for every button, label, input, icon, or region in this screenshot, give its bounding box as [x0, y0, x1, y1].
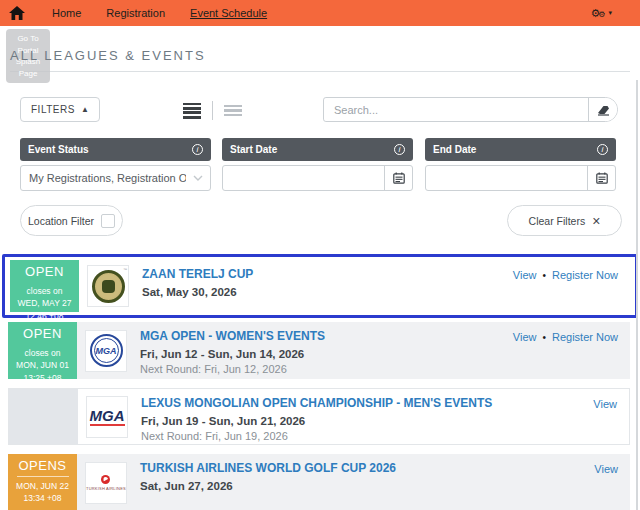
status-line: 13:25 +08: [23, 372, 61, 384]
event-title-link[interactable]: LEXUS MONGOLIAN OPEN CHAMPIONSHIP - MEN'…: [141, 396, 629, 410]
event-date: Fri, Jun 19 - Sun, Jun 21, 2026: [141, 415, 629, 427]
search-box: [323, 97, 618, 122]
event-logo: MGA: [86, 396, 128, 438]
turkish-airlines-logo-icon: TURKISH AIRLINES: [86, 475, 126, 491]
end-date-header: End Date: [425, 138, 616, 161]
event-logo: ™: [87, 265, 129, 307]
home-icon[interactable]: [6, 2, 28, 24]
mga-emblem-logo-icon: MGA: [90, 334, 123, 367]
event-row-lexus-mongolian-open[interactable]: MGA LEXUS MONGOLIAN OPEN CHAMPIONSHIP - …: [8, 388, 630, 445]
status-line: 12:46 +08: [25, 310, 63, 322]
location-filter-label: Location Filter: [28, 215, 94, 227]
close-icon: ×: [592, 214, 600, 228]
trademark-mark: ™: [123, 267, 127, 272]
start-date-header: Start Date: [222, 138, 413, 161]
filters-toggle-button[interactable]: FILTERS ▲: [20, 97, 100, 122]
info-icon[interactable]: [597, 144, 608, 155]
status-text: OPENS: [18, 458, 66, 473]
badge-divider: [17, 476, 69, 477]
clear-filters-button[interactable]: Clear Filters ×: [507, 205, 622, 236]
event-title-link[interactable]: TURKISH AIRLINES WORLD GOLF CUP 2026: [140, 461, 630, 475]
start-date-input[interactable]: [223, 172, 384, 184]
filter-end-date: End Date: [425, 138, 616, 191]
register-now-link[interactable]: Register Now: [552, 269, 618, 281]
filter-start-date: Start Date: [222, 138, 413, 191]
status-line: MON, JUN 22: [16, 480, 69, 492]
event-date: Sat, Jun 27, 2026: [140, 480, 630, 492]
list-view-icon[interactable]: [183, 103, 201, 119]
status-badge: OPEN closes on MON, JUN 01 13:25 +08: [8, 322, 77, 379]
chevron-down-icon: ▾: [608, 9, 612, 17]
scrollbar[interactable]: [636, 80, 638, 510]
view-link[interactable]: View: [594, 463, 618, 475]
start-date-calendar-button[interactable]: [384, 166, 412, 190]
end-date-calendar-button[interactable]: [587, 166, 615, 190]
title-divider: [10, 71, 630, 72]
event-next-round: Next Round: Fri, Jun 19, 2026: [141, 430, 629, 442]
event-next-round: Next Round: Fri, Jun 12, 2026: [140, 363, 630, 375]
status-line: 13:34 +08: [23, 492, 61, 504]
status-line: closes on: [25, 347, 61, 359]
info-icon[interactable]: [394, 144, 405, 155]
event-status-header: Event Status: [20, 138, 211, 161]
register-now-link[interactable]: Register Now: [552, 331, 618, 343]
nav-item-home[interactable]: Home: [52, 7, 81, 19]
chevron-down-icon: [186, 175, 210, 181]
event-logo: MGA: [85, 330, 127, 372]
nav-item-event-schedule[interactable]: Event Schedule: [190, 7, 267, 19]
view-link[interactable]: View: [513, 269, 537, 281]
event-status-value: My Registrations, Registration Open, Pa.…: [21, 172, 186, 184]
status-line: closes on: [27, 285, 63, 297]
status-badge-empty: [9, 389, 78, 444]
info-icon[interactable]: [192, 144, 203, 155]
status-line: WED, MAY 27: [17, 297, 71, 309]
event-row-turkish-airlines-cup[interactable]: OPENS MON, JUN 22 13:34 +08 TURKISH AIRL…: [8, 454, 630, 510]
search-input[interactable]: [324, 98, 588, 121]
settings-menu-button[interactable]: ⚙ ⚙ ▾: [590, 7, 612, 19]
top-navbar: Home Registration Event Schedule ⚙ ⚙ ▾: [0, 0, 640, 26]
status-text: OPEN: [25, 264, 64, 279]
clear-filters-label: Clear Filters: [529, 215, 586, 227]
nav-item-registration[interactable]: Registration: [106, 7, 165, 19]
bullet-separator: •: [542, 270, 546, 281]
nav-menu: Home Registration Event Schedule: [52, 7, 267, 19]
compact-view-icon[interactable]: [224, 105, 242, 116]
selected-event-outline: OPEN closes on WED, MAY 27 12:46 +08 ™ Z…: [2, 254, 638, 318]
event-logo: TURKISH AIRLINES: [85, 462, 127, 504]
event-status-select[interactable]: My Registrations, Registration Open, Pa.…: [20, 165, 211, 191]
eraser-icon: [597, 104, 610, 116]
filter-event-status: Event Status My Registrations, Registrat…: [20, 138, 211, 191]
start-date-label: Start Date: [230, 144, 277, 155]
status-text: OPEN: [23, 326, 62, 341]
bullet-separator: •: [542, 332, 546, 343]
event-date: Sat, May 30, 2026: [142, 286, 630, 298]
status-line: MON, JUN 01: [16, 359, 69, 371]
zaan-terelj-logo-icon: [92, 270, 125, 303]
view-toggle-divider: [212, 101, 213, 120]
triangle-up-icon: ▲: [81, 105, 89, 114]
event-date: Fri, Jun 12 - Sun, Jun 14, 2026: [140, 348, 630, 360]
end-date-input[interactable]: [426, 172, 587, 184]
status-badge: OPEN closes on WED, MAY 27 12:46 +08: [10, 260, 79, 312]
filters-label: FILTERS: [31, 104, 75, 115]
view-link[interactable]: View: [593, 398, 617, 410]
location-filter-checkbox[interactable]: [101, 214, 115, 228]
view-toggle: [183, 101, 242, 120]
gear-icon: ⚙: [598, 11, 605, 19]
search-clear-button[interactable]: [588, 98, 617, 121]
page-title: ALL LEAGUES & EVENTS: [10, 48, 206, 63]
mga-text-logo-icon: MGA: [90, 408, 125, 426]
calendar-icon: [596, 172, 608, 184]
view-link[interactable]: View: [513, 331, 537, 343]
event-row-zaan-terelj-cup[interactable]: OPEN closes on WED, MAY 27 12:46 +08 ™ Z…: [10, 260, 630, 312]
calendar-icon: [393, 172, 405, 184]
status-badge: OPENS MON, JUN 22 13:34 +08: [8, 454, 77, 510]
location-filter-button[interactable]: Location Filter: [20, 205, 123, 236]
event-row-mga-open-womens[interactable]: OPEN closes on MON, JUN 01 13:25 +08 MGA…: [8, 322, 630, 379]
event-status-label: Event Status: [28, 144, 89, 155]
end-date-label: End Date: [433, 144, 476, 155]
